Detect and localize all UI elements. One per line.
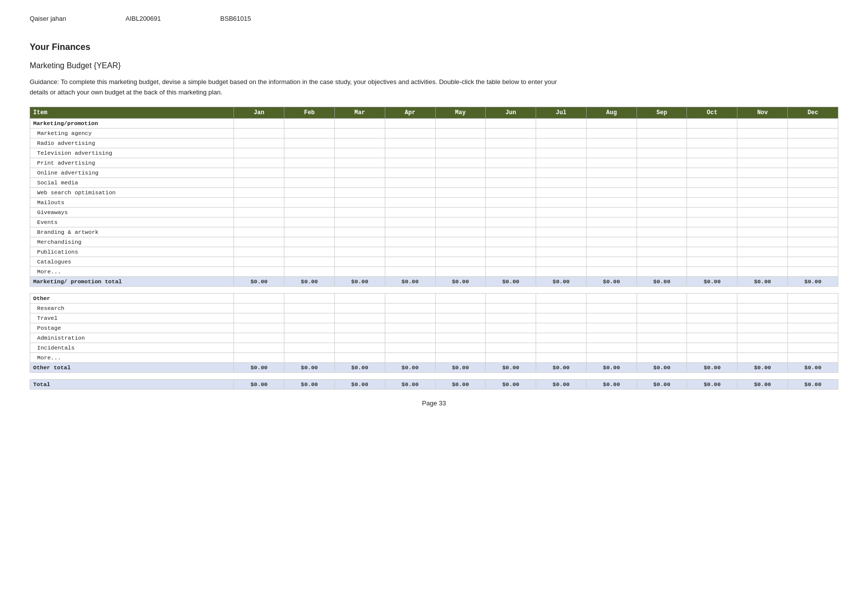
empty-cell[interactable] bbox=[234, 293, 284, 303]
empty-cell[interactable] bbox=[385, 293, 435, 303]
empty-cell[interactable] bbox=[687, 266, 737, 276]
empty-cell[interactable] bbox=[334, 293, 385, 303]
empty-cell[interactable] bbox=[536, 118, 587, 128]
empty-cell[interactable] bbox=[637, 168, 687, 177]
empty-cell[interactable] bbox=[284, 227, 335, 237]
empty-cell[interactable] bbox=[637, 247, 687, 257]
empty-cell[interactable] bbox=[234, 333, 284, 343]
empty-cell[interactable] bbox=[788, 217, 838, 227]
empty-cell[interactable] bbox=[637, 217, 687, 227]
empty-cell[interactable] bbox=[284, 177, 335, 187]
empty-cell[interactable] bbox=[435, 293, 486, 303]
empty-cell[interactable] bbox=[284, 303, 335, 313]
empty-cell[interactable] bbox=[586, 158, 637, 168]
empty-cell[interactable] bbox=[385, 313, 435, 323]
empty-cell[interactable] bbox=[737, 323, 788, 333]
empty-cell[interactable] bbox=[687, 197, 737, 207]
empty-cell[interactable] bbox=[284, 266, 335, 276]
empty-cell[interactable] bbox=[435, 333, 486, 343]
empty-cell[interactable] bbox=[334, 227, 385, 237]
empty-cell[interactable] bbox=[334, 217, 385, 227]
empty-cell[interactable] bbox=[435, 257, 486, 266]
empty-cell[interactable] bbox=[334, 303, 385, 313]
empty-cell[interactable] bbox=[385, 266, 435, 276]
empty-cell[interactable] bbox=[486, 207, 536, 217]
empty-cell[interactable] bbox=[737, 333, 788, 343]
empty-cell[interactable] bbox=[486, 158, 536, 168]
empty-cell[interactable] bbox=[486, 237, 536, 247]
empty-cell[interactable] bbox=[737, 303, 788, 313]
empty-cell[interactable] bbox=[788, 168, 838, 177]
empty-cell[interactable] bbox=[637, 138, 687, 148]
empty-cell[interactable] bbox=[385, 158, 435, 168]
empty-cell[interactable] bbox=[788, 207, 838, 217]
empty-cell[interactable] bbox=[234, 313, 284, 323]
empty-cell[interactable] bbox=[435, 168, 486, 177]
empty-cell[interactable] bbox=[788, 197, 838, 207]
empty-cell[interactable] bbox=[586, 313, 637, 323]
empty-cell[interactable] bbox=[788, 313, 838, 323]
empty-cell[interactable] bbox=[334, 177, 385, 187]
empty-cell[interactable] bbox=[284, 333, 335, 343]
empty-cell[interactable] bbox=[486, 313, 536, 323]
empty-cell[interactable] bbox=[536, 148, 587, 158]
empty-cell[interactable] bbox=[737, 343, 788, 352]
empty-cell[interactable] bbox=[637, 187, 687, 197]
empty-cell[interactable] bbox=[334, 247, 385, 257]
empty-cell[interactable] bbox=[385, 217, 435, 227]
empty-cell[interactable] bbox=[284, 128, 335, 138]
empty-cell[interactable] bbox=[737, 118, 788, 128]
empty-cell[interactable] bbox=[385, 148, 435, 158]
empty-cell[interactable] bbox=[737, 293, 788, 303]
empty-cell[interactable] bbox=[687, 187, 737, 197]
empty-cell[interactable] bbox=[536, 128, 587, 138]
empty-cell[interactable] bbox=[435, 118, 486, 128]
empty-cell[interactable] bbox=[234, 247, 284, 257]
empty-cell[interactable] bbox=[737, 128, 788, 138]
empty-cell[interactable] bbox=[637, 158, 687, 168]
empty-cell[interactable] bbox=[536, 227, 587, 237]
empty-cell[interactable] bbox=[737, 313, 788, 323]
empty-cell[interactable] bbox=[586, 217, 637, 227]
empty-cell[interactable] bbox=[334, 168, 385, 177]
empty-cell[interactable] bbox=[788, 293, 838, 303]
empty-cell[interactable] bbox=[687, 118, 737, 128]
empty-cell[interactable] bbox=[334, 313, 385, 323]
empty-cell[interactable] bbox=[334, 266, 385, 276]
empty-cell[interactable] bbox=[385, 128, 435, 138]
empty-cell[interactable] bbox=[486, 177, 536, 187]
empty-cell[interactable] bbox=[435, 207, 486, 217]
empty-cell[interactable] bbox=[586, 352, 637, 362]
empty-cell[interactable] bbox=[486, 247, 536, 257]
empty-cell[interactable] bbox=[486, 343, 536, 352]
empty-cell[interactable] bbox=[435, 187, 486, 197]
empty-cell[interactable] bbox=[234, 177, 284, 187]
empty-cell[interactable] bbox=[536, 207, 587, 217]
empty-cell[interactable] bbox=[637, 257, 687, 266]
empty-cell[interactable] bbox=[637, 197, 687, 207]
empty-cell[interactable] bbox=[788, 333, 838, 343]
empty-cell[interactable] bbox=[334, 138, 385, 148]
empty-cell[interactable] bbox=[687, 217, 737, 227]
empty-cell[interactable] bbox=[385, 352, 435, 362]
empty-cell[interactable] bbox=[536, 168, 587, 177]
empty-cell[interactable] bbox=[435, 247, 486, 257]
empty-cell[interactable] bbox=[234, 207, 284, 217]
empty-cell[interactable] bbox=[486, 323, 536, 333]
empty-cell[interactable] bbox=[788, 128, 838, 138]
empty-cell[interactable] bbox=[234, 266, 284, 276]
empty-cell[interactable] bbox=[737, 217, 788, 227]
empty-cell[interactable] bbox=[284, 207, 335, 217]
empty-cell[interactable] bbox=[687, 227, 737, 237]
empty-cell[interactable] bbox=[586, 128, 637, 138]
empty-cell[interactable] bbox=[788, 343, 838, 352]
empty-cell[interactable] bbox=[234, 352, 284, 362]
empty-cell[interactable] bbox=[637, 323, 687, 333]
empty-cell[interactable] bbox=[284, 118, 335, 128]
empty-cell[interactable] bbox=[284, 187, 335, 197]
empty-cell[interactable] bbox=[586, 138, 637, 148]
empty-cell[interactable] bbox=[284, 138, 335, 148]
empty-cell[interactable] bbox=[334, 323, 385, 333]
empty-cell[interactable] bbox=[687, 168, 737, 177]
empty-cell[interactable] bbox=[788, 323, 838, 333]
